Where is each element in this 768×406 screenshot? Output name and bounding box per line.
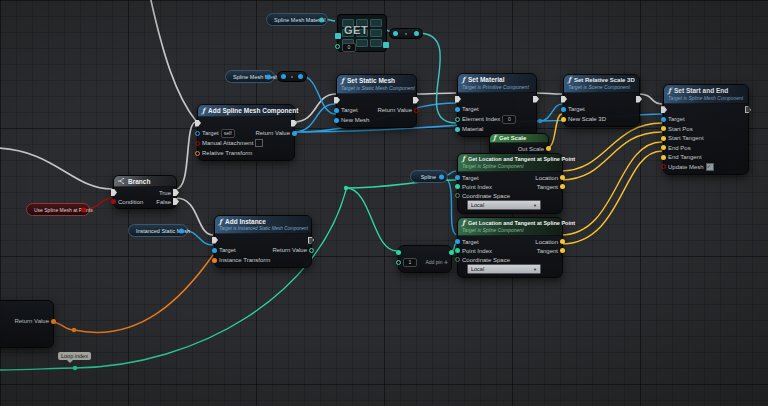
reroute-knot[interactable] — [277, 71, 307, 82]
exec-out-pin[interactable] — [291, 120, 297, 127]
false-exec-pin[interactable] — [173, 198, 179, 205]
node-branch[interactable]: Branch True Condition False — [113, 175, 177, 209]
manual-attachment-checkbox[interactable] — [255, 139, 263, 147]
input-a-pin[interactable] — [396, 250, 401, 255]
pill-spline-mesh-material[interactable]: Spline Mesh Material — [266, 13, 328, 26]
output-pin[interactable] — [439, 174, 444, 179]
exec-in-pin[interactable] — [334, 97, 340, 104]
return-value-label: Return Value — [14, 318, 49, 324]
coordinate-space-pin[interactable] — [455, 257, 460, 262]
exec-in-pin[interactable] — [111, 189, 117, 196]
target-pin[interactable] — [455, 239, 460, 244]
array-input-pin[interactable] — [335, 33, 341, 39]
node-array-get[interactable]: GET 0 — [337, 14, 387, 52]
pill-spline[interactable]: Spline — [410, 170, 448, 183]
new-scale-3d-pin[interactable] — [561, 117, 566, 122]
target-pin[interactable] — [561, 107, 566, 112]
coordinate-space-pin[interactable] — [455, 193, 460, 198]
bubble-label: Loop index — [61, 353, 88, 359]
node-get-location-tangent-2[interactable]: ƒGet Location and Tangent at Spline Poin… — [457, 217, 563, 278]
out-scale-pin[interactable] — [546, 146, 551, 151]
add-pin-label[interactable]: Add pin ✛ — [425, 259, 448, 265]
node-set-start-and-end[interactable]: ƒSet Start and End Target is Spline Mesh… — [663, 84, 749, 175]
update-mesh-pin[interactable] — [661, 164, 666, 169]
target-pin[interactable] — [661, 117, 666, 122]
reroute-dot[interactable] — [72, 328, 76, 332]
node-add-spline-mesh-component[interactable]: ƒAdd Spline Mesh Component Targetself Re… — [197, 104, 295, 161]
point-index-pin[interactable] — [455, 248, 460, 253]
new-mesh-pin[interactable] — [334, 118, 339, 123]
coordinate-space-dropdown[interactable]: Local ▼ — [467, 264, 541, 274]
target-self-box[interactable]: self — [221, 129, 235, 138]
input-b-pin[interactable] — [396, 260, 401, 265]
coordinate-space-dropdown[interactable]: Local ▼ — [467, 200, 541, 210]
reroute-dot[interactable] — [344, 186, 348, 190]
exec-in-pin[interactable] — [455, 96, 461, 103]
index-input-pin[interactable] — [335, 44, 340, 49]
exec-out-pin[interactable] — [636, 96, 642, 103]
output-pin[interactable] — [319, 17, 324, 22]
node-set-relative-scale-3d[interactable]: ƒSet Relative Scale 3D Target is Scene C… — [563, 74, 640, 127]
reroute-knot[interactable] — [389, 28, 423, 39]
start-tangent-pin[interactable] — [661, 136, 666, 141]
node-set-static-mesh[interactable]: ƒSet Static Mesh Target is Static Mesh C… — [336, 74, 417, 128]
knot-in-pin[interactable] — [281, 74, 286, 79]
output-pin[interactable] — [266, 74, 271, 79]
return-value-pin[interactable] — [414, 108, 419, 113]
target-pin[interactable] — [455, 175, 460, 180]
pill-use-spline-mesh-at-points[interactable]: Use Spline Mesh at Points — [26, 203, 90, 216]
exec-in-pin[interactable] — [212, 237, 218, 244]
condition-pin[interactable] — [111, 199, 116, 204]
exec-out-pin[interactable] — [745, 106, 751, 113]
relative-transform-pin[interactable] — [195, 151, 200, 156]
reroute-dot[interactable] — [73, 366, 77, 370]
index-value-box[interactable]: 0 — [342, 43, 356, 52]
update-mesh-checkbox[interactable] — [706, 163, 714, 171]
location-pin[interactable] — [560, 175, 565, 180]
blueprint-graph-canvas[interactable]: Return Value Spline Mesh Material Spline… — [0, 0, 768, 406]
location-pin[interactable] — [560, 239, 565, 244]
reroute-dot[interactable] — [538, 119, 542, 123]
node-add-instance[interactable]: ƒAdd Instance Target is Instanced Static… — [214, 215, 312, 268]
node-get-location-tangent-1[interactable]: ƒGet Location and Tangent at Spline Poin… — [457, 153, 563, 214]
knot-in-pin[interactable] — [393, 31, 398, 36]
end-pos-pin[interactable] — [661, 145, 666, 150]
true-exec-pin[interactable] — [173, 189, 179, 196]
target-pin[interactable] — [195, 131, 200, 136]
element-output-pin[interactable] — [383, 42, 389, 48]
tangent-pin[interactable] — [560, 248, 565, 253]
start-pos-pin[interactable] — [661, 126, 666, 131]
pill-spline-mesh-mesh[interactable]: Spline Mesh Mesh — [225, 70, 275, 83]
knot-out-pin[interactable] — [414, 31, 419, 36]
knot-out-pin[interactable] — [298, 74, 303, 79]
node-offscreen-transform[interactable]: Return Value — [0, 300, 54, 348]
end-tangent-pin[interactable] — [661, 155, 666, 160]
output-pin[interactable] — [81, 207, 86, 212]
node-set-material[interactable]: ƒSet Material Target is Primitive Compon… — [457, 73, 537, 137]
exec-in-pin[interactable] — [561, 96, 567, 103]
node-title: Get Location and Tangent at Spline Point — [468, 220, 575, 226]
exec-in-pin[interactable] — [661, 106, 667, 113]
point-index-pin[interactable] — [455, 184, 460, 189]
return-value-pin[interactable] — [51, 319, 56, 324]
target-pin[interactable] — [212, 248, 217, 253]
exec-out-pin[interactable] — [308, 237, 314, 244]
output-pin[interactable] — [449, 250, 454, 255]
manual-attachment-pin[interactable] — [195, 141, 200, 146]
exec-out-pin[interactable] — [533, 96, 539, 103]
tangent-pin[interactable] — [560, 184, 565, 189]
pill-instanced-static-mesh[interactable]: Instanced Static Mesh — [128, 224, 188, 237]
element-index-pin[interactable] — [455, 117, 460, 122]
material-pin[interactable] — [455, 127, 460, 132]
element-index-box[interactable]: 0 — [502, 115, 516, 124]
output-pin[interactable] — [179, 228, 184, 233]
target-pin[interactable] — [455, 107, 460, 112]
node-int-add[interactable]: 1 Add pin ✛ — [398, 245, 452, 273]
instance-transform-pin[interactable] — [212, 258, 217, 263]
return-value-pin[interactable] — [309, 248, 314, 253]
input-b-value-box[interactable]: 1 — [403, 258, 417, 267]
exec-out-pin[interactable] — [413, 97, 419, 104]
return-value-pin[interactable] — [292, 131, 297, 136]
target-pin[interactable] — [334, 108, 339, 113]
exec-in-pin[interactable] — [195, 120, 201, 127]
